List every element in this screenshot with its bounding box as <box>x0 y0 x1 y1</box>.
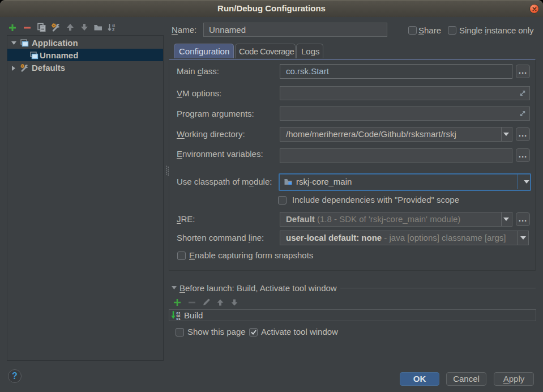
svg-text:01: 01 <box>177 317 181 321</box>
svg-text:z: z <box>112 27 115 32</box>
